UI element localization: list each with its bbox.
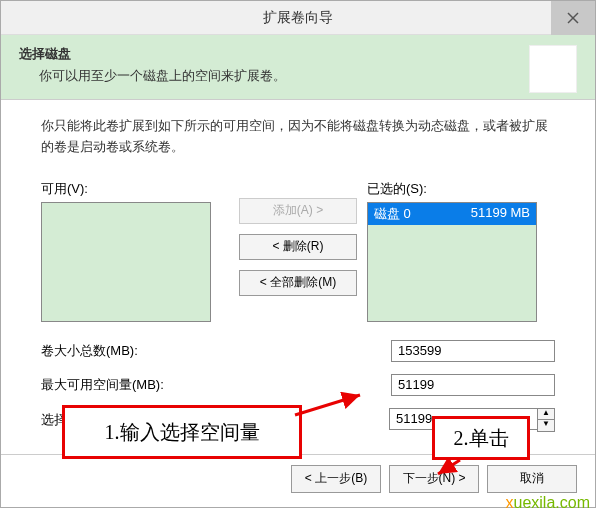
available-listbox[interactable] <box>41 202 211 322</box>
wizard-description: 你只能将此卷扩展到如下所示的可用空间，因为不能将磁盘转换为动态磁盘，或者被扩展的… <box>41 116 555 158</box>
spinner-buttons: ▲ ▼ <box>537 408 555 432</box>
select-space-input[interactable] <box>389 408 537 430</box>
select-space-label: 选择空间量(MB)(E): <box>41 411 241 429</box>
wizard-header-subtitle: 你可以用至少一个磁盘上的空间来扩展卷。 <box>39 67 577 85</box>
max-space-row: 最大可用空间量(MB): 51199 <box>41 374 555 396</box>
wizard-header: 选择磁盘 你可以用至少一个磁盘上的空间来扩展卷。 <box>1 35 595 100</box>
total-size-value: 153599 <box>391 340 555 362</box>
select-space-spinner: ▲ ▼ <box>389 408 555 432</box>
wizard-header-icon <box>529 45 577 93</box>
total-size-label: 卷大小总数(MB): <box>41 342 241 360</box>
selected-listbox[interactable]: 磁盘 0 51199 MB <box>367 202 537 322</box>
back-button[interactable]: < 上一步(B) <box>291 465 381 493</box>
disk-size: 51199 MB <box>471 205 530 223</box>
select-space-row: 选择空间量(MB)(E): ▲ ▼ <box>41 408 555 432</box>
available-column: 可用(V): <box>41 180 229 322</box>
selected-column: 已选的(S): 磁盘 0 51199 MB <box>367 180 555 322</box>
disk-columns: 可用(V): 添加(A) > < 删除(R) < 全部删除(M) 已选的(S):… <box>41 180 555 322</box>
spinner-down-button[interactable]: ▼ <box>538 420 554 431</box>
list-item[interactable]: 磁盘 0 51199 MB <box>368 203 536 225</box>
close-button[interactable] <box>551 1 595 35</box>
remove-all-button[interactable]: < 全部删除(M) <box>239 270 357 296</box>
max-space-label: 最大可用空间量(MB): <box>41 376 241 394</box>
spinner-up-button[interactable]: ▲ <box>538 409 554 420</box>
selected-label: 已选的(S): <box>367 180 555 198</box>
max-space-value: 51199 <box>391 374 555 396</box>
wizard-footer: < 上一步(B) 下一步(N) > 取消 <box>1 454 595 507</box>
close-icon <box>567 12 579 24</box>
next-button[interactable]: 下一步(N) > <box>389 465 479 493</box>
transfer-buttons: 添加(A) > < 删除(R) < 全部删除(M) <box>239 180 357 322</box>
remove-button[interactable]: < 删除(R) <box>239 234 357 260</box>
wizard-body: 你只能将此卷扩展到如下所示的可用空间，因为不能将磁盘转换为动态磁盘，或者被扩展的… <box>1 100 595 454</box>
cancel-button[interactable]: 取消 <box>487 465 577 493</box>
wizard-header-title: 选择磁盘 <box>19 45 577 63</box>
extend-volume-wizard-dialog: 扩展卷向导 选择磁盘 你可以用至少一个磁盘上的空间来扩展卷。 你只能将此卷扩展到… <box>0 0 596 508</box>
total-size-row: 卷大小总数(MB): 153599 <box>41 340 555 362</box>
dialog-title: 扩展卷向导 <box>263 9 333 27</box>
disk-name: 磁盘 0 <box>374 205 411 223</box>
size-fields: 卷大小总数(MB): 153599 最大可用空间量(MB): 51199 选择空… <box>41 340 555 432</box>
titlebar: 扩展卷向导 <box>1 1 595 35</box>
add-button[interactable]: 添加(A) > <box>239 198 357 224</box>
available-label: 可用(V): <box>41 180 229 198</box>
